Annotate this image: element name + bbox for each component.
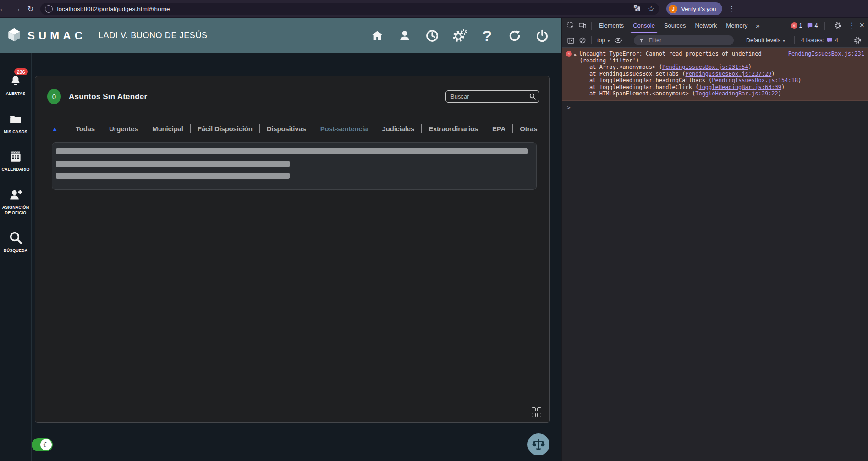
error-source-link[interactable]: PendingIssuesBox.js:231 [788, 50, 864, 57]
devtools-tab-memory[interactable]: Memory [721, 18, 752, 33]
calendar-icon [9, 150, 22, 164]
expand-triangle-icon[interactable]: ▶ [574, 51, 577, 58]
stack-frame: at ToggleHeadingBar.headingCallback (Pen… [589, 77, 864, 84]
context-selector[interactable]: top▾ [594, 37, 612, 44]
funnel-icon [638, 38, 644, 44]
console-prompt[interactable]: > [562, 101, 868, 111]
log-levels-selector[interactable]: Default levels▾ [743, 37, 788, 44]
bookmark-star-icon[interactable]: ☆ [648, 4, 654, 14]
brand-name: SUMAC [27, 29, 86, 42]
tab-post-sentencia[interactable]: Post-sentencia [313, 124, 375, 133]
devtools-close-icon[interactable]: × [859, 21, 864, 30]
settings-gears-icon[interactable] [452, 28, 467, 43]
translate-icon[interactable]: Aa [632, 4, 641, 14]
source-link[interactable]: ToggleHeadingBar.js:63:39 [698, 84, 781, 90]
devtools-tab-bar: Elements Console Sources Network Memory … [562, 18, 868, 33]
separator [794, 36, 795, 44]
devtools-tab-network[interactable]: Network [691, 18, 722, 33]
source-link[interactable]: PendingIssuesBox.js:154:18 [712, 77, 798, 83]
issues-counter[interactable]: 4 Issues: 4 [801, 37, 838, 44]
source-link[interactable]: PendingIssuesBox.js:231:54 [662, 64, 748, 70]
console-sidebar-icon[interactable] [565, 35, 577, 46]
sidebar-item-label: MIS CASOS [4, 129, 27, 135]
reload-icon[interactable]: ↻ [24, 5, 37, 13]
stack-frame: at Array.<anonymous> (PendingIssuesBox.j… [589, 64, 864, 71]
back-icon[interactable]: ← [0, 4, 10, 13]
sidebar-item-mis-casos[interactable]: MIS CASOS [0, 112, 32, 135]
more-tabs-icon[interactable]: » [752, 22, 763, 29]
live-expression-eye-icon[interactable] [612, 35, 624, 46]
folder-icon [8, 112, 23, 126]
error-icon: ✕ [566, 51, 572, 57]
tab-epa[interactable]: EPA [485, 124, 512, 133]
sidebar-item-label: ALERTAS [6, 91, 26, 97]
forward-icon[interactable]: → [10, 4, 24, 13]
console-filter-box[interactable] [634, 35, 734, 45]
svg-text:A: A [635, 5, 637, 8]
scales-of-justice-button[interactable] [527, 433, 549, 455]
bell-icon: 236 [9, 74, 22, 88]
header-divider [90, 26, 90, 45]
console-error-count[interactable]: ✕ 1 [791, 22, 802, 29]
alert-count-badge: 236 [14, 68, 28, 75]
separator [627, 36, 627, 44]
error-circle-icon: ✕ [791, 22, 797, 29]
user-profile-icon[interactable] [397, 28, 412, 43]
stack-trace: at Array.<anonymous> (PendingIssuesBox.j… [566, 64, 864, 97]
devtools-tab-sources[interactable]: Sources [659, 18, 691, 33]
tab-extraordinarios[interactable]: Extraordinarios [421, 124, 485, 133]
devtools-tab-console[interactable]: Console [628, 18, 659, 33]
grid-view-icon[interactable] [532, 407, 541, 417]
tab-urgentes[interactable]: Urgentes [102, 124, 145, 133]
source-link[interactable]: PendingIssuesBox.js:237:29 [686, 71, 772, 77]
console-message-count[interactable]: 4 [807, 22, 818, 29]
device-toolbar-icon[interactable] [577, 20, 588, 31]
refresh-icon[interactable] [507, 28, 522, 43]
source-link[interactable]: ToggleHeadingBar.js:39:22 [695, 90, 778, 97]
filter-input[interactable] [648, 37, 723, 44]
sidebar-item-asignacion-de-oficio[interactable]: ASIGNACIÓNDE OFICIO [0, 188, 32, 216]
app-region: SUMAC LADI V. BUONO DE JESÚS ? [0, 18, 561, 461]
verify-profile-button[interactable]: J Verify it's you [666, 2, 722, 15]
help-icon[interactable]: ? [480, 28, 494, 43]
dark-mode-toggle[interactable]: ☾ [32, 438, 53, 451]
sidebar-item-busqueda[interactable]: BÚSQUEDA [0, 231, 32, 254]
user-plus-icon [8, 188, 23, 202]
tab-otras[interactable]: Otras [512, 124, 544, 133]
chevron-down-icon: ▾ [783, 38, 785, 43]
search-box [445, 90, 539, 103]
tab-dispositivas[interactable]: Dispositivas [259, 124, 313, 133]
devtools-tab-elements[interactable]: Elements [594, 18, 628, 33]
tab-municipal[interactable]: Municipal [145, 124, 190, 133]
console-settings-icon[interactable] [852, 35, 863, 46]
sidebar-item-alertas[interactable]: 236 ALERTAS [0, 74, 32, 97]
address-bar[interactable]: i localhost:8082/portal/judges.html#/hom… [40, 3, 659, 15]
home-icon[interactable] [370, 28, 385, 43]
power-logout-icon[interactable] [535, 28, 549, 43]
devtools-settings-icon[interactable] [832, 20, 844, 31]
tab-facil-disposicion[interactable]: Fácil Disposición [190, 124, 259, 133]
clock-icon[interactable] [425, 28, 439, 43]
devtools-panel: Elements Console Sources Network Memory … [561, 18, 868, 461]
devtools-menu-icon[interactable]: ⋮ [848, 21, 855, 30]
clear-console-icon[interactable] [577, 35, 588, 46]
sidebar-item-calendario[interactable]: CALENDARIO [0, 150, 32, 172]
separator [824, 22, 825, 30]
panel-header: 0 Asuntos Sin Atender [35, 76, 549, 117]
console-error-entry[interactable]: ✕ ▶ Uncaught TypeError: Cannot read prop… [562, 48, 868, 101]
search-input[interactable] [445, 90, 539, 103]
inspect-element-icon[interactable] [565, 20, 577, 31]
tab-judiciales[interactable]: Judiciales [375, 124, 422, 133]
sidebar: 236 ALERTAS MIS CASOS CALENDARIO [0, 53, 32, 461]
magnifier-icon[interactable] [529, 93, 536, 102]
console-messages: ✕ ▶ Uncaught TypeError: Cannot read prop… [562, 48, 868, 461]
browser-menu-icon[interactable]: ⋮ [729, 5, 736, 13]
speech-bubble-icon [807, 22, 813, 29]
pending-issues-panel: 0 Asuntos Sin Atender ▲ Todas Urgentes M… [35, 76, 550, 423]
tab-todas[interactable]: Todas [69, 124, 102, 133]
url-text[interactable]: localhost:8082/portal/judges.html#/home [57, 6, 170, 12]
stack-frame: at ToggleHeadingBar.handleClick (ToggleH… [589, 84, 864, 91]
sumac-cube-logo [6, 27, 22, 44]
collapse-triangle-icon[interactable]: ▲ [52, 125, 58, 132]
site-info-icon[interactable]: i [45, 5, 53, 13]
